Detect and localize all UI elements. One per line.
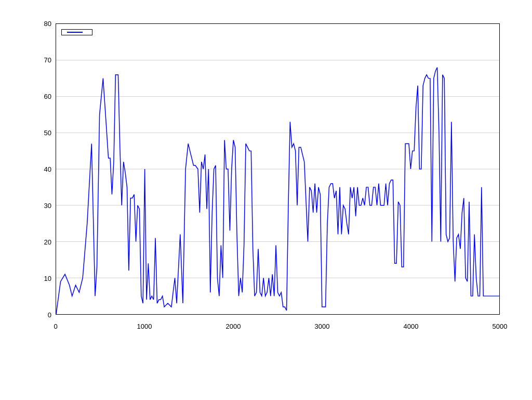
legend-line-icon — [67, 32, 83, 33]
chart-container: 01020304050607080 0 1000 2000 3000 4000 … — [17, 13, 515, 388]
chart-title — [17, 13, 515, 21]
legend — [61, 29, 92, 35]
x-tick-4000: 4000 — [404, 322, 419, 330]
chart-plot-area: 01020304050607080 — [56, 23, 500, 315]
x-tick-5000: 5000 — [493, 322, 508, 330]
x-tick-3000: 3000 — [315, 322, 330, 330]
x-tick-0: 0 — [54, 322, 57, 330]
x-axis-ticks: 0 1000 2000 3000 4000 5000 — [56, 322, 500, 333]
x-tick-2000: 2000 — [226, 322, 241, 330]
y-axis-ticks — [17, 23, 54, 315]
x-tick-1000: 1000 — [137, 322, 152, 330]
